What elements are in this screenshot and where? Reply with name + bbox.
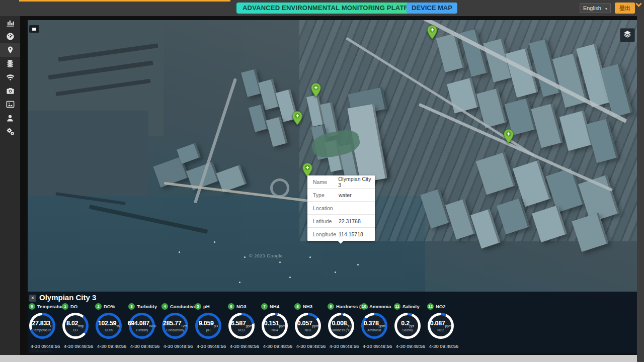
popup-row: NameOlympian City 3: [307, 175, 375, 189]
gauge-index-badge: 3: [128, 303, 135, 310]
gauge-sublabel: Salinity: [403, 328, 413, 332]
device-info-popup: NameOlympian City 3TypewaterLocationLati…: [307, 175, 375, 241]
gauge-column: 12NO20.087ppmNO24-30 09:48:56: [427, 303, 460, 349]
gauge-icon: [6, 32, 15, 41]
gauge-timestamp: 4-30 09:48:56: [328, 343, 361, 349]
gauge-sublabel: Hardness (°D): [331, 328, 351, 332]
gauge-sublabel: DO%: [105, 328, 113, 332]
gauge-unit: NTU: [149, 324, 156, 328]
gauge-timestamp: 4-30 09:48:56: [62, 343, 95, 349]
gauge-index-badge: 6: [228, 303, 234, 310]
sidebar-item-dashboard[interactable]: [0, 30, 20, 43]
gauge-label: DO: [70, 304, 77, 309]
gauge-sublabel: Temperature: [33, 328, 52, 332]
gauge-timestamp: 4-30 09:48:56: [361, 343, 394, 349]
popup-row-label: Type: [307, 192, 339, 198]
bar-chart-icon: [6, 18, 15, 28]
gauge-unit: ppt: [410, 324, 414, 328]
platform-title-button[interactable]: ADVANCED ENVIRONMENTAL MONITORING PLATFO…: [236, 3, 430, 14]
gauge-timestamp: 4-30 09:48:56: [427, 343, 460, 349]
gauge-unit: ppm: [445, 324, 452, 328]
gauge-label: Ammonia: [369, 304, 391, 309]
sidebar-item-settings[interactable]: [0, 125, 20, 138]
popup-row-value: 22.31768: [339, 218, 361, 224]
device-marker-pin[interactable]: [504, 129, 514, 143]
gauge-timestamp: 4-30 09:48:56: [294, 343, 328, 349]
gauge-index-badge: 4: [162, 303, 168, 310]
gauge-ring: 285.77S/mConductivity: [162, 313, 188, 339]
device-marker-pin[interactable]: [311, 83, 321, 97]
map-3d-view[interactable]: NameOlympian City 3TypewaterLocationLati…: [28, 20, 637, 353]
device-map-button[interactable]: DEVICE MAP: [407, 3, 457, 14]
wifi-icon: [6, 72, 15, 82]
gauge-value: 9.059pH: [199, 320, 218, 328]
gauge-timestamp: 4-30 09:48:56: [228, 343, 261, 349]
gauge-label: Turbidity: [137, 304, 157, 309]
gauge-ring: 0.2pptSalinity: [394, 313, 421, 339]
gauge-value: 285.77S/m: [163, 320, 187, 328]
device-marker-pin[interactable]: [427, 25, 437, 39]
gauge-ring: 0.151ppmNH4: [262, 313, 288, 339]
right-frame-strip: [637, 16, 644, 362]
base-layer-picker-button[interactable]: [620, 28, 635, 42]
gauge-sublabel: Ammonia: [367, 328, 381, 332]
gauge-unit: %: [116, 324, 119, 328]
gauge-unit: ppm: [312, 324, 319, 328]
device-marker-pin[interactable]: [302, 163, 312, 177]
logout-button[interactable]: 登出: [615, 3, 635, 14]
gauge-value: 0.087ppm: [430, 320, 452, 328]
gauge-ring: 102.59%DO%: [96, 313, 122, 339]
gauge-value: 0.151ppm: [264, 320, 286, 328]
gauge-unit: mgL: [78, 324, 85, 328]
map-watermark: © 2020 Google: [249, 253, 283, 258]
device-marker-pin[interactable]: [292, 111, 302, 125]
gauge-label: Salinity: [403, 304, 420, 309]
gauge-timestamp: 4-30 09:48:56: [29, 343, 62, 349]
sidebar-item-data[interactable]: [0, 57, 20, 70]
panel-close-button[interactable]: ×: [29, 295, 36, 302]
sidebar-item-images[interactable]: [0, 98, 20, 111]
sidebar-item-network[interactable]: [0, 70, 20, 84]
camera-icon: [6, 86, 15, 96]
gauge-column: 11Salinity0.2pptSalinity4-30 09:48:56: [394, 303, 427, 349]
gauge-index-badge: 0: [29, 303, 35, 310]
gauge-ring: 0.087ppmNO2: [428, 313, 454, 339]
sidebar-item-camera[interactable]: [0, 84, 20, 98]
gauge-unit: ppm: [246, 324, 253, 328]
gauge-column: 7NH40.151ppmNH44-30 09:48:56: [261, 303, 294, 349]
gauge-ring: 0.057ppmNH3: [295, 313, 321, 339]
language-select-value: English: [583, 5, 601, 11]
gauge-value: 0.378ppm: [364, 320, 385, 328]
gauge-index-badge: 12: [427, 303, 434, 310]
popup-row-label: Location: [307, 205, 339, 211]
language-select[interactable]: English▾: [580, 3, 611, 13]
gauge-index-badge: 11: [394, 303, 400, 310]
sidebar-item-statistics[interactable]: [0, 16, 20, 30]
gauge-value: 0.2ppt: [401, 320, 414, 328]
map-legend-toggle-button[interactable]: [29, 25, 39, 33]
gauge-column: 0Temperature27.833CTemperature4-30 09:48…: [29, 303, 62, 349]
gauge-column: 1DO8.02mgLDO4-30 09:48:56: [62, 303, 95, 349]
gauge-ring: 694.087NTUTurbidity: [129, 313, 155, 339]
gauge-sublabel: Conductivity: [166, 328, 184, 332]
collapse-chevron-icon[interactable]: [635, 1, 642, 7]
gauge-unit: pH: [214, 324, 218, 328]
gauge-sublabel: NH4: [271, 328, 278, 332]
gauge-sublabel: NO3: [238, 328, 245, 332]
sidebar-item-users[interactable]: [0, 111, 20, 125]
map-pin-icon: [6, 45, 15, 55]
gauge-unit: °D: [347, 324, 350, 328]
sidebar-item-device-map[interactable]: [0, 43, 20, 57]
gauge-sublabel: DO: [73, 328, 78, 332]
popup-row-label: Latitude: [307, 218, 339, 224]
popup-row-value: 114.15718: [339, 231, 363, 237]
gauge-label: NH4: [270, 304, 279, 309]
gauge-index-badge: 5: [195, 303, 201, 310]
gauge-ring: 27.833CTemperature: [29, 313, 55, 339]
gauge-label: DO%: [104, 304, 115, 309]
gauge-label: pH: [203, 304, 210, 309]
sidebar: [0, 16, 20, 355]
gauge-timestamp: 4-30 09:48:56: [162, 343, 195, 349]
gauge-unit: ppm: [379, 324, 385, 328]
popup-row: Typewater: [307, 189, 375, 202]
